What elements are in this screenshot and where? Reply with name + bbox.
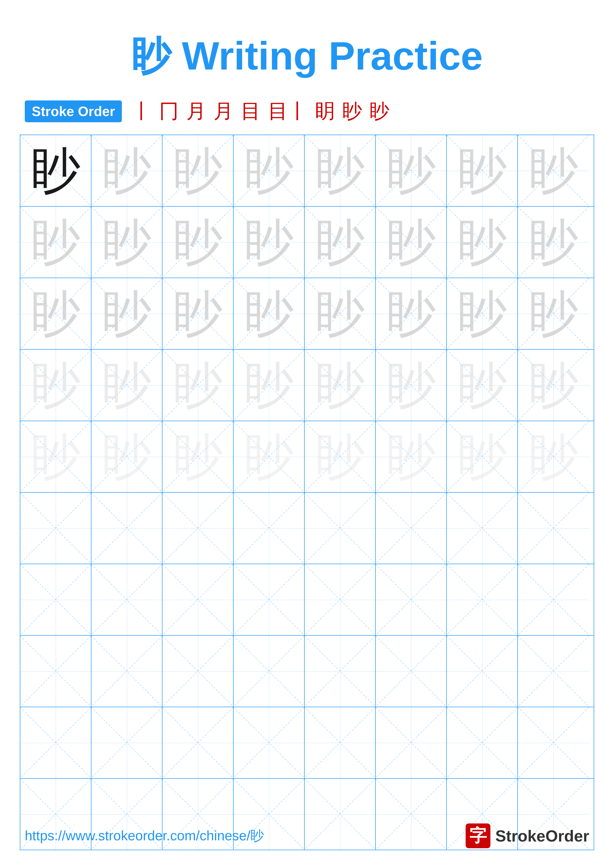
grid-cell[interactable] [376, 707, 447, 778]
grid-cell[interactable]: 眇 [305, 350, 376, 421]
grid-cell[interactable] [233, 564, 305, 635]
svg-line-103 [233, 564, 304, 635]
grid-cell[interactable]: 眇 [92, 278, 162, 349]
guide-char: 眇 [102, 217, 152, 267]
grid-cell[interactable] [20, 707, 92, 778]
grid-cell[interactable] [518, 636, 589, 707]
grid-row[interactable] [20, 636, 594, 707]
logo-icon: 字 [466, 823, 490, 848]
svg-line-90 [376, 493, 446, 563]
guide-char: 眇 [102, 289, 152, 338]
grid-cell[interactable]: 眇 [447, 278, 518, 349]
grid-cell[interactable]: 眇 [162, 135, 233, 206]
grid-row[interactable]: 眇眇眇眇眇眇眇眇 [20, 350, 594, 421]
grid-cell[interactable] [447, 493, 518, 564]
grid-cell[interactable]: 眇 [20, 207, 92, 277]
grid-cell[interactable] [233, 493, 305, 564]
grid-cell[interactable]: 眇 [20, 278, 92, 349]
grid-row[interactable]: 眇眇眇眇眇眇眇眇 [20, 135, 594, 207]
grid-cell[interactable]: 眇 [447, 421, 518, 492]
svg-line-89 [305, 493, 375, 563]
grid-cell[interactable] [305, 564, 376, 635]
grid-cell[interactable]: 眇 [233, 421, 305, 492]
grid-cell[interactable]: 眇 [305, 278, 376, 349]
grid-cell[interactable] [376, 564, 447, 635]
grid-cell[interactable]: 眇 [518, 350, 589, 421]
grid-cell[interactable] [305, 707, 376, 778]
grid-cell[interactable]: 眇 [92, 421, 162, 492]
grid-cell[interactable] [447, 707, 518, 778]
grid-cell[interactable] [92, 493, 162, 564]
grid-cell[interactable]: 眇 [162, 278, 233, 349]
grid-cell[interactable]: 眇 [92, 135, 162, 206]
grid-cell[interactable]: 眇 [376, 207, 447, 277]
guide-char: 眇 [244, 289, 294, 338]
grid-cell[interactable]: 眇 [233, 278, 305, 349]
grid-row[interactable] [20, 564, 594, 636]
grid-cell[interactable] [162, 564, 233, 635]
grid-cell[interactable] [162, 707, 233, 778]
grid-cell[interactable]: 眇 [518, 278, 589, 349]
guide-char: 眇 [386, 217, 436, 267]
stroke-step-5: 目 [241, 98, 261, 125]
grid-cell[interactable]: 眇 [20, 421, 92, 492]
grid-cell[interactable] [233, 707, 305, 778]
grid-cell[interactable]: 眇 [376, 135, 447, 206]
grid-cell[interactable] [20, 493, 92, 564]
grid-cell[interactable] [233, 636, 305, 707]
grid-cell[interactable]: 眇 [233, 207, 305, 277]
svg-line-92 [447, 493, 518, 563]
grid-cell[interactable] [518, 707, 589, 778]
grid-cell[interactable] [92, 564, 162, 635]
grid-cell[interactable]: 眇 [447, 350, 518, 421]
grid-cell[interactable] [305, 636, 376, 707]
grid-cell[interactable] [305, 493, 376, 564]
grid-cell[interactable]: 眇 [92, 350, 162, 421]
grid-cell[interactable] [518, 564, 589, 635]
grid-row[interactable] [20, 493, 594, 564]
grid-cell[interactable]: 眇 [20, 135, 92, 206]
grid-cell[interactable]: 眇 [518, 421, 589, 492]
grid-row[interactable]: 眇眇眇眇眇眇眇眇 [20, 278, 594, 350]
grid-cell[interactable] [92, 707, 162, 778]
grid-cell[interactable]: 眇 [162, 350, 233, 421]
grid-cell[interactable]: 眇 [233, 350, 305, 421]
grid-cell[interactable] [447, 564, 518, 635]
grid-cell[interactable]: 眇 [92, 207, 162, 277]
grid-cell[interactable]: 眇 [376, 278, 447, 349]
grid-cell[interactable] [376, 493, 447, 564]
grid-cell[interactable] [20, 636, 92, 707]
grid-cell[interactable]: 眇 [518, 207, 589, 277]
grid-cell[interactable] [20, 564, 92, 635]
svg-line-99 [92, 564, 162, 635]
grid-row[interactable]: 眇眇眇眇眇眇眇眇 [20, 207, 594, 278]
grid-row[interactable] [20, 707, 594, 779]
grid-cell[interactable]: 眇 [447, 207, 518, 277]
grid-cell[interactable] [162, 636, 233, 707]
grid-cell[interactable]: 眇 [162, 421, 233, 492]
grid-cell[interactable]: 眇 [20, 350, 92, 421]
page-title: 眇 Writing Practice [131, 34, 483, 78]
grid-cell[interactable]: 眇 [305, 421, 376, 492]
grid-cell[interactable] [447, 636, 518, 707]
grid-cell[interactable]: 眇 [376, 421, 447, 492]
guide-char: 眇 [315, 432, 365, 482]
grid-cell[interactable] [376, 636, 447, 707]
grid-cell[interactable] [518, 493, 589, 564]
grid-cell[interactable]: 眇 [162, 207, 233, 277]
stroke-order-badge: Stroke Order [25, 101, 122, 122]
stroke-step-8: 眇 [342, 98, 362, 125]
grid-cell[interactable] [162, 493, 233, 564]
grid-cell[interactable]: 眇 [518, 135, 589, 206]
grid-row[interactable]: 眇眇眇眇眇眇眇眇 [20, 421, 594, 493]
svg-line-81 [20, 493, 91, 563]
grid-cell[interactable]: 眇 [305, 207, 376, 277]
grid-cell[interactable] [92, 636, 162, 707]
grid-cell[interactable]: 眇 [447, 135, 518, 206]
guide-char: 眇 [457, 289, 507, 338]
guide-char: 眇 [457, 361, 507, 410]
grid-cell[interactable]: 眇 [233, 135, 305, 206]
guide-char: 眇 [31, 432, 81, 482]
grid-cell[interactable]: 眇 [376, 350, 447, 421]
grid-cell[interactable]: 眇 [305, 135, 376, 206]
